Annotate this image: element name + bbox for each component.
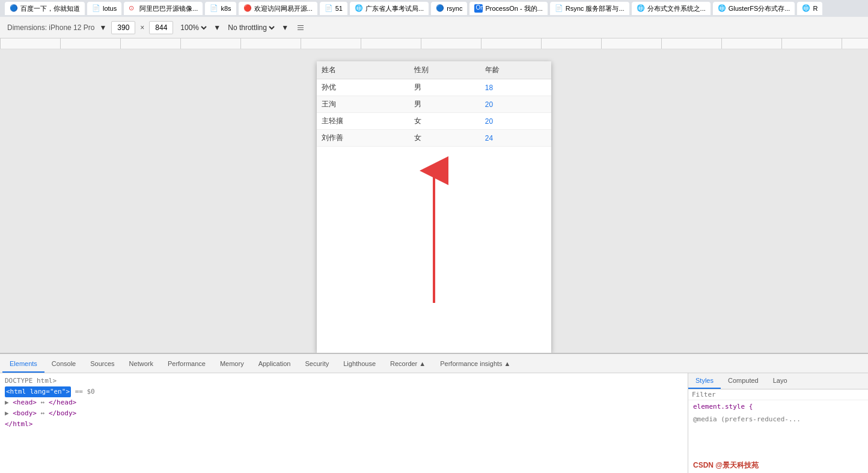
tab-label-rsync: rsync bbox=[447, 5, 462, 12]
tab-lotus[interactable]: 📄 lotus bbox=[87, 2, 121, 15]
filter-bar bbox=[688, 389, 868, 400]
html-line-html[interactable]: <html lang="en"> == $0 bbox=[5, 386, 683, 397]
tab-favicon-alibaba: ⊙ bbox=[129, 4, 137, 13]
zoom-select[interactable]: 100% 75% 50% bbox=[178, 23, 209, 32]
tab-favicon-distributed: 🌐 bbox=[637, 4, 645, 13]
table-row: 主轻攘 女 20 bbox=[317, 113, 551, 130]
style-tab-layout[interactable]: Layo bbox=[766, 373, 795, 389]
tab-label-baidu: 百度一下，你就知道 bbox=[20, 4, 80, 13]
tab-alibaba[interactable]: ⊙ 阿里巴巴开源镜像... bbox=[124, 2, 203, 15]
style-tab-styles[interactable]: Styles bbox=[688, 373, 721, 389]
tab-label-processon: ProcessOn - 我的... bbox=[485, 4, 542, 13]
ruler-marks bbox=[0, 38, 868, 49]
col-header-gender: 性别 bbox=[409, 61, 480, 79]
devtab-console[interactable]: Console bbox=[44, 356, 83, 373]
col-header-name: 姓名 bbox=[317, 61, 409, 79]
tab-processon[interactable]: On ProcessOn - 我的... bbox=[469, 2, 547, 15]
tab-label-gdkszs: 广东省人事考试局... bbox=[365, 4, 424, 13]
mobile-frame: 姓名 性别 年龄 孙优 男 18 王洵 男 20 主轻攘 女 20 刘作善 女 … bbox=[317, 61, 551, 353]
tab-favicon-rsync2: 📄 bbox=[555, 4, 563, 13]
devtab-lighthouse[interactable]: Lighthouse bbox=[336, 356, 383, 373]
cell-name: 主轻攘 bbox=[317, 113, 409, 130]
tab-label-alibaba: 阿里巴巴开源镜像... bbox=[139, 4, 198, 13]
viewport-area: 姓名 性别 年龄 孙优 男 18 王洵 男 20 主轻攘 女 20 刘作善 女 … bbox=[0, 49, 868, 353]
html-tree-panel: DOCTYPE html> <html lang="en"> == $0 ▶ <… bbox=[0, 373, 688, 473]
tab-label-glusterfs: GlusterFS分布式存... bbox=[729, 4, 790, 13]
tab-label-k8s: k8s bbox=[221, 5, 231, 12]
more-options-button[interactable] bbox=[293, 20, 308, 35]
tab-favicon-rsync: 🔵 bbox=[436, 4, 444, 13]
dimensions-dropdown-icon[interactable]: ▼ bbox=[99, 23, 106, 32]
tab-rsync[interactable]: 🔵 rsync bbox=[431, 2, 467, 15]
cell-age: 20 bbox=[480, 113, 551, 130]
devtab-performance-insights[interactable]: Performance insights ▲ bbox=[433, 356, 518, 373]
col-header-age: 年龄 bbox=[480, 61, 551, 79]
html-line-doctype: DOCTYPE html> bbox=[5, 376, 683, 386]
devtab-performance[interactable]: Performance bbox=[160, 356, 213, 373]
styles-filter-input[interactable] bbox=[692, 391, 864, 398]
tab-favicon-processon: On bbox=[474, 4, 483, 13]
devtab-application[interactable]: Application bbox=[251, 356, 298, 373]
html-line-head[interactable]: ▶ <head> ↔ </head> bbox=[5, 397, 683, 408]
height-input[interactable] bbox=[149, 21, 173, 34]
tab-netease[interactable]: 🔴 欢迎访问网易开源... bbox=[239, 2, 317, 15]
tab-glusterfs[interactable]: 🌐 GlusterFS分布式存... bbox=[713, 2, 795, 15]
devtab-security[interactable]: Security bbox=[298, 356, 336, 373]
tab-label-netease: 欢迎访问网易开源... bbox=[254, 4, 313, 13]
devtools-panel: Elements Console Sources Network Perform… bbox=[0, 353, 868, 473]
tab-favicon-lotus: 📄 bbox=[92, 4, 100, 13]
tab-favicon-gdkszs: 🌐 bbox=[355, 4, 363, 13]
style-tab-computed[interactable]: Computed bbox=[721, 373, 766, 389]
red-arrow-svg bbox=[410, 153, 458, 309]
html-line-end-html: </html> bbox=[5, 419, 683, 430]
devtab-recorder[interactable]: Recorder ▲ bbox=[383, 356, 433, 373]
tab-favicon-netease: 🔴 bbox=[243, 4, 252, 13]
style-rule-element: element.style { bbox=[693, 403, 863, 410]
width-input[interactable] bbox=[111, 21, 135, 34]
devtools-tabs: Elements Console Sources Network Perform… bbox=[0, 354, 868, 373]
cell-age: 20 bbox=[480, 96, 551, 113]
styles-panel: Styles Computed Layo element.style { @me… bbox=[688, 373, 868, 473]
csdn-watermark: CSDN @景天科技苑 bbox=[688, 458, 868, 473]
tab-favicon-k8s: 📄 bbox=[210, 4, 218, 13]
devtab-memory[interactable]: Memory bbox=[213, 356, 251, 373]
data-table: 姓名 性别 年龄 孙优 男 18 王洵 男 20 主轻攘 女 20 刘作善 女 … bbox=[317, 61, 551, 147]
tab-label-distributed: 分布式文件系统之... bbox=[647, 4, 706, 13]
style-selector: element.style { bbox=[693, 403, 753, 410]
cell-age: 24 bbox=[480, 130, 551, 147]
dimensions-label: Dimensions: iPhone 12 Pro bbox=[7, 23, 94, 32]
tab-label-51: 51 bbox=[335, 5, 343, 12]
tab-favicon-51: 📄 bbox=[325, 4, 333, 13]
styles-content: element.style { @media (prefers-reduced-… bbox=[688, 400, 868, 458]
dimension-separator: × bbox=[140, 23, 144, 32]
media-rule: @media (prefers-reduced-... bbox=[693, 415, 863, 423]
table-row: 刘作善 女 24 bbox=[317, 130, 551, 147]
cell-name: 王洵 bbox=[317, 96, 409, 113]
tab-label-r: R bbox=[813, 5, 818, 12]
cell-name: 孙优 bbox=[317, 79, 409, 96]
tab-favicon-r: 🌐 bbox=[802, 4, 810, 13]
tab-51[interactable]: 📄 51 bbox=[320, 2, 347, 15]
tab-favicon-baidu: 🔵 bbox=[10, 4, 18, 13]
html-line-body[interactable]: ▶ <body> ↔ </body> bbox=[5, 408, 683, 419]
red-arrow bbox=[317, 147, 551, 327]
tab-label-lotus: lotus bbox=[103, 5, 117, 12]
devtools-content: DOCTYPE html> <html lang="en"> == $0 ▶ <… bbox=[0, 373, 868, 473]
tab-k8s[interactable]: 📄 k8s bbox=[205, 2, 236, 15]
tab-gdkszs[interactable]: 🌐 广东省人事考试局... bbox=[350, 2, 429, 15]
tab-label-rsync2: Rsync 服务部署与... bbox=[566, 4, 625, 13]
styles-tabs: Styles Computed Layo bbox=[688, 373, 868, 389]
devtab-sources[interactable]: Sources bbox=[83, 356, 121, 373]
devtab-elements[interactable]: Elements bbox=[2, 356, 44, 373]
devtab-network[interactable]: Network bbox=[122, 356, 160, 373]
tab-rsync2[interactable]: 📄 Rsync 服务部署与... bbox=[550, 2, 629, 15]
table-row: 王洵 男 20 bbox=[317, 96, 551, 113]
tab-r[interactable]: 🌐 R bbox=[797, 2, 822, 15]
devtools-toolbar: Dimensions: iPhone 12 Pro ▼ × 100% 75% 5… bbox=[0, 17, 868, 38]
throttle-select[interactable]: No throttling Fast 3G Slow 3G bbox=[225, 23, 277, 32]
browser-tab-bar: 🔵 百度一下，你就知道 📄 lotus ⊙ 阿里巴巴开源镜像... 📄 k8s … bbox=[0, 0, 868, 17]
tab-baidu[interactable]: 🔵 百度一下，你就知道 bbox=[5, 2, 85, 15]
tab-distributed[interactable]: 🌐 分布式文件系统之... bbox=[632, 2, 711, 15]
cell-age: 18 bbox=[480, 79, 551, 96]
cell-gender: 男 bbox=[409, 79, 480, 96]
